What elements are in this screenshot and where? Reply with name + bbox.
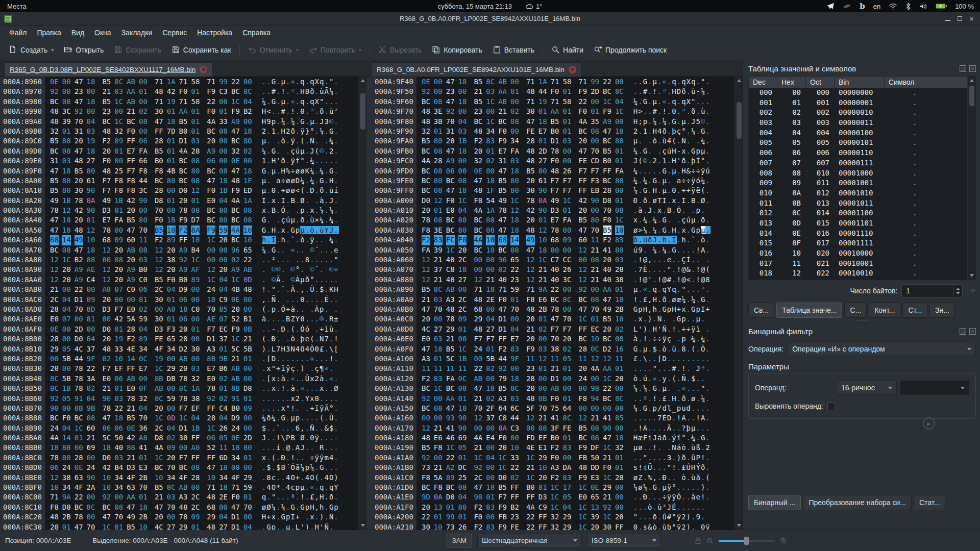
hex-byte[interactable]: D8	[62, 503, 71, 512]
ascii-char[interactable]: £	[662, 394, 667, 403]
ascii-char[interactable]: ð	[310, 87, 314, 95]
hex-byte[interactable]: 65	[243, 245, 252, 255]
hex-byte[interactable]: 28	[434, 156, 443, 166]
ascii-char[interactable]: .	[296, 295, 300, 304]
hex-byte[interactable]: 83	[486, 136, 495, 146]
ascii-char[interactable]: .	[262, 523, 266, 530]
ascii-char[interactable]: ù	[662, 523, 667, 530]
ascii-char[interactable]: .	[324, 78, 329, 86]
ascii-char[interactable]: h	[653, 305, 657, 313]
hex-byte[interactable]: BC	[603, 394, 611, 404]
hex-byte[interactable]: 20	[474, 146, 482, 156]
hex-byte[interactable]: 1B	[62, 384, 71, 393]
ascii-char[interactable]: í	[334, 186, 338, 194]
ascii-char[interactable]: µ	[300, 226, 305, 234]
ascii-char[interactable]	[305, 265, 310, 273]
hex-byte[interactable]: A9	[179, 265, 188, 274]
ascii-char[interactable]: ÿ	[315, 434, 320, 442]
ascii-char[interactable]: .	[286, 117, 290, 126]
hex-byte[interactable]: F0	[603, 463, 611, 472]
hex-byte[interactable]: 78	[75, 384, 83, 393]
ascii-char[interactable]: ²	[334, 107, 338, 115]
hex-byte[interactable]: 18	[219, 176, 228, 186]
ascii-char[interactable]: .	[677, 256, 681, 264]
hex-byte[interactable]: 28	[615, 265, 624, 274]
hex-byte[interactable]: 1C	[486, 117, 495, 127]
hex-byte[interactable]: D1	[179, 423, 188, 433]
hex-byte[interactable]: 21	[603, 453, 611, 463]
ascii-char[interactable]: G	[633, 305, 638, 313]
hex-byte[interactable]: 06	[114, 423, 123, 433]
hex-byte[interactable]: F0	[207, 107, 215, 116]
ascii-char[interactable]: .	[315, 285, 320, 293]
hex-byte[interactable]: F0	[155, 215, 163, 225]
hex-byte[interactable]: FF	[207, 453, 215, 463]
hex-byte[interactable]: 70	[434, 305, 443, 314]
hex-byte[interactable]: 90	[50, 404, 59, 413]
hex-byte[interactable]: FA	[139, 146, 148, 156]
hex-byte[interactable]: B0	[603, 156, 611, 166]
ascii-char[interactable]: .	[705, 404, 710, 412]
hex-byte[interactable]: E4	[486, 433, 495, 443]
hex-byte[interactable]: F8	[434, 483, 443, 492]
hex-byte[interactable]: FF	[578, 324, 587, 334]
hex-byte[interactable]: 66	[139, 156, 148, 166]
ascii-char[interactable]: .	[638, 394, 643, 403]
hex-byte[interactable]: F2	[127, 334, 135, 344]
hex-byte[interactable]: 89	[139, 334, 148, 344]
ascii-char[interactable]	[667, 315, 672, 323]
hex-byte[interactable]: 04	[458, 492, 467, 502]
hex-byte[interactable]: 28	[75, 453, 83, 463]
hex-byte[interactable]: F7	[578, 166, 587, 176]
hex-byte[interactable]: 00	[62, 285, 71, 294]
hex-byte[interactable]: 22	[75, 285, 83, 294]
ascii-char[interactable]: .	[638, 503, 643, 511]
ascii-char[interactable]: (	[300, 137, 305, 145]
hex-byte[interactable]: 08	[615, 206, 624, 215]
ascii-char[interactable]: Ð	[643, 493, 648, 501]
ascii-char[interactable]: .	[681, 246, 686, 254]
ascii-char[interactable]: ÷	[310, 454, 314, 462]
ascii-char[interactable]: .	[662, 454, 667, 462]
ascii-char[interactable]: !	[681, 364, 686, 372]
ascii-char[interactable]: q	[262, 493, 266, 501]
hex-byte[interactable]: 01	[167, 314, 176, 324]
spin-down-icon[interactable]	[956, 292, 960, 294]
ascii-char[interactable]: ï	[315, 404, 320, 412]
hex-byte[interactable]: FF	[578, 176, 587, 186]
ascii-char[interactable]: H	[310, 503, 314, 511]
hex-byte[interactable]: 42	[114, 314, 123, 324]
hex-byte[interactable]: 29	[50, 344, 59, 354]
hex-byte[interactable]: 08	[434, 186, 443, 195]
ascii-char[interactable]: .	[705, 345, 710, 353]
hex-byte[interactable]: 08	[434, 215, 443, 225]
dropdown-arrow-icon[interactable]: ▾	[296, 47, 299, 53]
hex-byte[interactable]: 1C	[207, 235, 215, 245]
ascii-char[interactable]: .	[334, 78, 338, 86]
hex-byte[interactable]: 12	[526, 413, 535, 423]
ascii-char[interactable]: .	[696, 256, 700, 264]
hex-byte[interactable]: 01	[615, 453, 624, 463]
ascii-char[interactable]: Ø	[266, 503, 271, 511]
ascii-char[interactable]: <	[266, 107, 271, 115]
ascii-char[interactable]: .	[334, 206, 338, 214]
hex-byte[interactable]: F3	[167, 324, 176, 334]
ascii-char[interactable]: .	[324, 374, 329, 383]
hex-byte[interactable]: 70	[87, 522, 95, 530]
hex-byte[interactable]: 8C	[167, 483, 176, 492]
ascii-char[interactable]: .	[687, 315, 691, 323]
hex-byte[interactable]: 00	[434, 314, 443, 324]
hex-byte[interactable]: 89	[191, 275, 200, 285]
hex-byte[interactable]: 30	[179, 433, 188, 443]
hex-byte[interactable]: 0E	[231, 295, 240, 305]
align-operand-checkbox[interactable]	[827, 403, 835, 410]
ascii-char[interactable]: @	[701, 276, 705, 284]
ascii-char[interactable]: .	[653, 424, 657, 432]
ascii-char[interactable]: ©	[290, 265, 295, 273]
ascii-char[interactable]: þ	[672, 127, 676, 135]
ascii-char[interactable]: .	[701, 374, 705, 383]
hex-byte[interactable]: 32	[114, 127, 123, 136]
hex-byte[interactable]: 00	[434, 394, 443, 404]
ascii-char[interactable]: .	[687, 493, 691, 501]
tab-left-document[interactable]: R365_G_0B.D3.08R_LP002E_SE8402BXXU1117_1…	[4, 62, 213, 77]
